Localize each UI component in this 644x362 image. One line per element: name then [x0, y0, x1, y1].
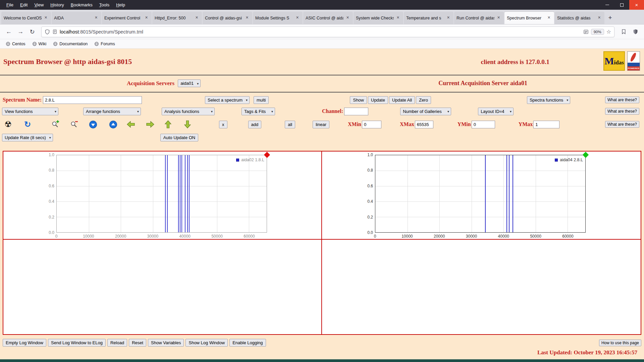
tab-close-icon[interactable]: ×	[294, 15, 300, 21]
plot-area[interactable]	[375, 155, 586, 233]
tab-close-icon[interactable]: ×	[194, 15, 200, 21]
new-tab-button[interactable]: +	[605, 12, 615, 23]
x-axis-button[interactable]: x	[219, 121, 227, 128]
tab-close-icon[interactable]: ×	[395, 15, 401, 21]
shift-up-icon[interactable]	[163, 120, 173, 129]
bookmark-documentation[interactable]: Documentation	[51, 41, 90, 47]
how-to-use-button[interactable]: How to use this page	[599, 340, 641, 346]
auto-update-button[interactable]: Auto Update ON	[160, 134, 198, 141]
menu-view[interactable]: View	[31, 1, 47, 9]
shift-right-icon[interactable]	[146, 120, 155, 129]
tab-close-icon[interactable]: ×	[546, 15, 552, 21]
update-all-button[interactable]: Update All	[389, 96, 415, 104]
protections-shield-icon[interactable]	[630, 26, 641, 37]
tab-close-icon[interactable]: ×	[144, 15, 149, 21]
multi-button[interactable]: multi	[254, 96, 269, 104]
tab[interactable]: Module Settings S×	[253, 12, 303, 24]
select-a-spectrum-dropdown[interactable]: Select a spectrum	[205, 96, 250, 104]
spectrum-name-input[interactable]	[43, 96, 142, 104]
shift-left-icon[interactable]	[126, 120, 136, 129]
zoom-out-icon[interactable]	[69, 120, 79, 129]
tab-close-icon[interactable]: ×	[345, 15, 351, 21]
expand-down-icon[interactable]	[88, 120, 98, 129]
reload-button[interactable]: Reload	[107, 339, 127, 347]
update-rate-dropdown[interactable]: Update Rate (8 secs)	[2, 134, 53, 141]
tab[interactable]: Experiment Control×	[102, 12, 152, 24]
all-button[interactable]: all	[285, 121, 295, 128]
what-are-these-button-3[interactable]: What are these?	[605, 121, 639, 128]
gallery-cell-2[interactable]: 0.00.20.40.60.81.0 010000200003000040000…	[322, 152, 641, 240]
what-are-these-button-1[interactable]: What are these?	[605, 97, 639, 103]
show-log-window-button[interactable]: Show Log Window	[185, 339, 228, 347]
tab-close-icon[interactable]: ×	[43, 15, 49, 21]
tab[interactable]: Welcome to CentOS×	[1, 12, 51, 24]
maximize-button[interactable]	[614, 0, 629, 10]
back-button[interactable]: ←	[3, 26, 14, 37]
url-text[interactable]: localhost:8015/Spectrum/Spectrum.tml	[60, 29, 581, 35]
radiation-icon[interactable]: ☢	[3, 120, 13, 129]
ymin-input[interactable]	[472, 121, 495, 128]
tab-close-icon[interactable]: ×	[496, 15, 501, 21]
zero-button[interactable]: Zero	[416, 96, 431, 104]
xmin-input[interactable]	[362, 121, 381, 128]
reload-button[interactable]: ↻	[27, 26, 38, 37]
tab-close-icon[interactable]: ×	[244, 15, 250, 21]
zoom-indicator[interactable]: 90%	[591, 29, 604, 35]
show-variables-button[interactable]: Show Variables	[148, 339, 184, 347]
tab-close-icon[interactable]: ×	[445, 15, 451, 21]
spectra-functions-dropdown[interactable]: Spectra functions	[527, 96, 570, 104]
show-button[interactable]: Show	[350, 96, 367, 104]
expand-up-icon[interactable]	[108, 120, 118, 129]
tab[interactable]: Statistics @ aidas×	[555, 12, 604, 24]
url-bar[interactable]: localhost:8015/Spectrum/Spectrum.tml 90%…	[41, 26, 614, 37]
bookmark-forums[interactable]: Forums	[92, 41, 117, 47]
tab[interactable]: Control @ aidas-gsi×	[203, 12, 252, 24]
tab[interactable]: Run Control @ aidas×	[454, 12, 504, 24]
tab[interactable]: Spectrum Browser×	[504, 12, 554, 24]
refresh-icon[interactable]: ↻	[23, 120, 32, 129]
tab[interactable]: Temperature and s×	[404, 12, 453, 24]
tab[interactable]: System wide Checks×	[354, 12, 403, 24]
menu-edit[interactable]: Edit	[17, 1, 31, 9]
menu-bookmarks[interactable]: Bookmarks	[68, 1, 96, 9]
bookmark-centos[interactable]: Centos	[3, 41, 28, 47]
send-log-window-to-elog-button[interactable]: Send Log Window to ELog	[48, 339, 106, 347]
menu-history[interactable]: History	[47, 1, 67, 9]
reader-view-icon[interactable]	[583, 29, 589, 35]
bookmark-wiki[interactable]: Wiki	[30, 41, 49, 47]
update-button[interactable]: Update	[368, 96, 388, 104]
xmax-input[interactable]	[415, 121, 433, 128]
menu-tools[interactable]: Tools	[96, 1, 112, 9]
midas-logo[interactable]: Midas	[603, 51, 625, 71]
shift-down-icon[interactable]	[183, 120, 192, 129]
tab[interactable]: AIDA×	[52, 12, 101, 24]
site-info-icon[interactable]	[52, 29, 57, 34]
tracking-protection-icon[interactable]	[45, 29, 50, 35]
tcl-powered-logo[interactable]: POWERED	[627, 51, 640, 71]
what-are-these-button-2[interactable]: What are these?	[605, 108, 639, 115]
forward-button[interactable]: →	[15, 26, 26, 37]
channel-input[interactable]	[344, 108, 368, 115]
gallery-cell-4[interactable]	[322, 240, 641, 334]
tags-fits-dropdown[interactable]: Tags & Fits	[241, 108, 275, 115]
minimize-button[interactable]	[600, 0, 614, 10]
zoom-in-icon[interactable]	[51, 120, 60, 129]
plot-area[interactable]	[56, 155, 267, 233]
bookmark-star-icon[interactable]: ☆	[606, 28, 611, 35]
tab-close-icon[interactable]: ×	[596, 15, 602, 21]
add-button[interactable]: add	[248, 121, 262, 128]
analysis-functions-dropdown[interactable]: Analysis functions	[162, 108, 215, 115]
empty-log-window-button[interactable]: Empty Log Window	[3, 339, 46, 347]
ymax-input[interactable]	[533, 121, 559, 128]
close-button[interactable]: ×	[629, 0, 644, 10]
arrange-functions-dropdown[interactable]: Arrange functions	[83, 108, 141, 115]
tab-close-icon[interactable]: ×	[93, 15, 99, 21]
acquisition-server-dropdown[interactable]: aida01	[178, 79, 201, 87]
tab[interactable]: Httpd_Error: 500×	[152, 12, 202, 24]
reset-button[interactable]: Reset	[129, 339, 146, 347]
linear-button[interactable]: linear	[313, 121, 329, 128]
gallery-cell-1[interactable]: 0.00.20.40.60.81.0 010000200003000040000…	[3, 152, 322, 240]
enable-logging-button[interactable]: Enable Logging	[229, 339, 266, 347]
gallery-cell-3[interactable]	[3, 240, 322, 334]
tab[interactable]: ASIC Control @ aidas×	[303, 12, 353, 24]
